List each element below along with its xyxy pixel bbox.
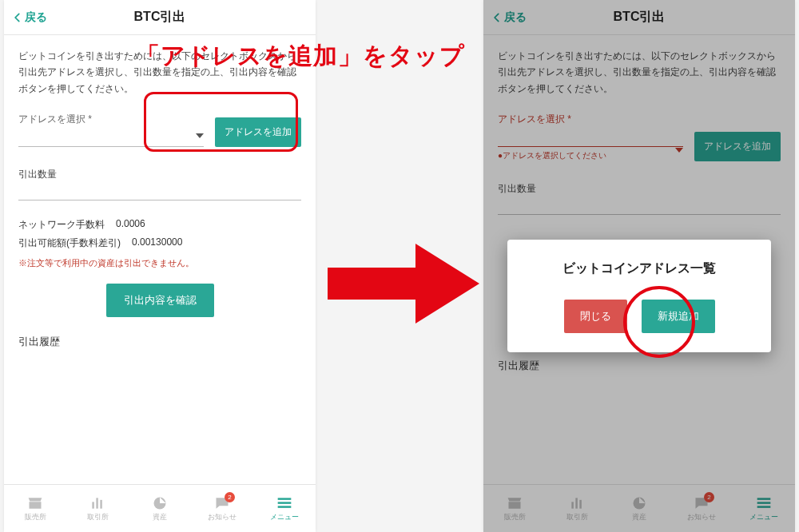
add-address-button[interactable]: アドレスを追加 bbox=[215, 117, 301, 147]
address-select[interactable]: アドレスを選択 * ●アドレスを選択してください bbox=[498, 113, 683, 161]
nav-label: 販売所 bbox=[504, 512, 526, 522]
svg-rect-8 bbox=[575, 498, 578, 508]
history-heading: 引出履歴 bbox=[18, 335, 301, 349]
chart-bars-icon bbox=[89, 495, 105, 510]
svg-rect-0 bbox=[92, 502, 94, 508]
page-title: BTC引出 bbox=[614, 9, 666, 26]
svg-rect-11 bbox=[757, 498, 771, 500]
back-label: 戻る bbox=[504, 10, 527, 25]
overlay-instruction: 「アドレスを追加」をタップ bbox=[136, 40, 465, 73]
modal-add-new-button[interactable]: 新規追加 bbox=[642, 300, 715, 333]
svg-rect-4 bbox=[278, 498, 292, 500]
notification-badge: 2 bbox=[225, 492, 235, 502]
nav-label: 資産 bbox=[632, 512, 646, 522]
nav-label: 取引所 bbox=[566, 512, 588, 522]
chevron-left-icon bbox=[12, 12, 23, 23]
nav-menu[interactable]: メニュー bbox=[733, 485, 795, 532]
pie-icon bbox=[152, 495, 168, 510]
nav-notifications[interactable]: 2 お知らせ bbox=[670, 485, 733, 532]
hamburger-icon bbox=[276, 495, 292, 510]
shop-icon bbox=[27, 495, 43, 510]
notification-badge: 2 bbox=[704, 492, 714, 502]
available-label: 引出可能額(手数料差引) bbox=[18, 236, 121, 250]
nav-sales[interactable]: 販売所 bbox=[483, 485, 546, 532]
nav-label: メニュー bbox=[270, 512, 299, 522]
withdraw-description: ビットコインを引き出すためには、以下のセレクトボックスから引出先アドレスを選択し… bbox=[498, 48, 781, 106]
nav-label: 資産 bbox=[153, 512, 167, 522]
nav-label: 取引所 bbox=[87, 512, 109, 522]
svg-rect-6 bbox=[278, 506, 292, 508]
address-select-label: アドレスを選択 * bbox=[498, 113, 683, 131]
phone-screen-after: 戻る BTC引出 ビットコインを引き出すためには、以下のセレクトボックスから引出… bbox=[483, 0, 795, 532]
warning-text: ※注文等で利用中の資産は引出できません。 bbox=[18, 258, 301, 269]
history-heading: 引出履歴 bbox=[498, 359, 781, 373]
svg-rect-5 bbox=[278, 502, 292, 504]
phone-screen-before: 戻る BTC引出 ビットコインを引き出すためには、以下のセレクトボックスから引出… bbox=[4, 0, 316, 532]
svg-rect-1 bbox=[96, 498, 98, 508]
qty-input[interactable] bbox=[18, 185, 301, 200]
nav-label: お知らせ bbox=[687, 512, 716, 522]
qty-label: 引出数量 bbox=[498, 182, 781, 199]
chat-icon: 2 bbox=[694, 495, 710, 510]
caret-down-icon bbox=[675, 145, 683, 157]
nav-assets[interactable]: 資産 bbox=[608, 485, 670, 532]
caret-down-icon bbox=[196, 131, 204, 142]
svg-rect-13 bbox=[757, 506, 771, 508]
svg-rect-2 bbox=[100, 499, 102, 508]
back-label: 戻る bbox=[25, 10, 47, 25]
available-value: 0.00130000 bbox=[132, 236, 182, 250]
address-list-modal: ビットコインアドレス一覧 閉じる 新規追加 bbox=[507, 240, 771, 352]
arrow-icon bbox=[328, 240, 479, 328]
address-select-label: アドレスを選択 * bbox=[18, 113, 204, 131]
chat-icon: 2 bbox=[214, 495, 230, 510]
qty-label: 引出数量 bbox=[18, 168, 301, 185]
app-header: 戻る BTC引出 bbox=[483, 0, 795, 35]
modal-close-button[interactable]: 閉じる bbox=[564, 300, 627, 333]
back-button[interactable]: 戻る bbox=[491, 0, 527, 35]
page-title: BTC引出 bbox=[134, 9, 186, 26]
chevron-left-icon bbox=[491, 12, 503, 23]
app-header: 戻る BTC引出 bbox=[4, 0, 316, 35]
address-select[interactable]: アドレスを選択 * bbox=[18, 113, 204, 147]
address-select-input[interactable] bbox=[18, 131, 204, 147]
network-fee-label: ネットワーク手数料 bbox=[18, 218, 105, 232]
network-fee-value: 0.0006 bbox=[116, 218, 145, 232]
nav-assets[interactable]: 資産 bbox=[129, 485, 191, 532]
shop-icon bbox=[507, 495, 523, 510]
nav-notifications[interactable]: 2 お知らせ bbox=[191, 485, 253, 532]
back-button[interactable]: 戻る bbox=[12, 0, 47, 35]
nav-sales[interactable]: 販売所 bbox=[4, 485, 66, 532]
add-address-button[interactable]: アドレスを追加 bbox=[694, 132, 781, 161]
modal-title: ビットコインアドレス一覧 bbox=[523, 260, 755, 277]
svg-rect-9 bbox=[579, 499, 582, 508]
svg-rect-7 bbox=[571, 502, 574, 508]
bottom-nav: 販売所 取引所 資産 2 お知らせ メニュー bbox=[4, 484, 316, 532]
qty-input[interactable] bbox=[498, 199, 781, 215]
address-select-input[interactable] bbox=[498, 131, 683, 147]
nav-label: お知らせ bbox=[208, 512, 237, 522]
nav-exchange[interactable]: 取引所 bbox=[546, 485, 608, 532]
nav-menu[interactable]: メニュー bbox=[253, 485, 316, 532]
nav-exchange[interactable]: 取引所 bbox=[66, 485, 129, 532]
nav-label: 販売所 bbox=[25, 512, 46, 522]
confirm-withdraw-button[interactable]: 引出内容を確認 bbox=[106, 284, 214, 317]
chart-bars-icon bbox=[569, 495, 585, 510]
hamburger-icon bbox=[756, 495, 772, 510]
svg-rect-12 bbox=[757, 502, 771, 504]
nav-label: メニュー bbox=[749, 512, 778, 522]
bottom-nav: 販売所 取引所 資産 2 お知らせ メニュー bbox=[483, 484, 795, 532]
pie-icon bbox=[631, 495, 647, 510]
address-select-error: ●アドレスを選択してください bbox=[498, 150, 683, 161]
